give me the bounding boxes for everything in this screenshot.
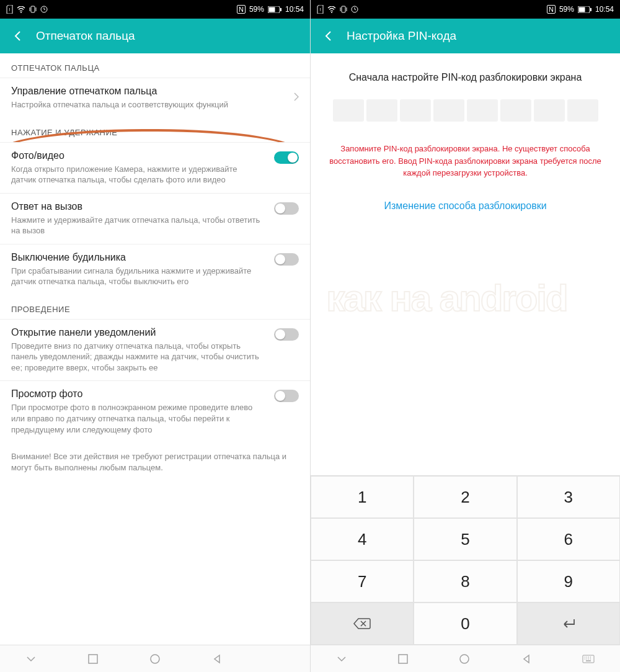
section-swipe: ПРОВЕДЕНИЕ — [0, 295, 310, 319]
back-icon[interactable] — [322, 30, 334, 42]
change-unlock-method-link[interactable]: Изменение способа разблокировки — [322, 200, 609, 212]
svg-point-1 — [20, 12, 22, 13]
back-icon[interactable] — [11, 30, 24, 42]
svg-rect-15 — [590, 8, 591, 11]
vibrate-icon — [29, 6, 37, 13]
numeric-keypad: 1 2 3 4 5 6 7 8 9 0 — [311, 475, 620, 645]
nav-home-icon[interactable] — [149, 653, 161, 665]
nav-home-icon[interactable] — [459, 653, 470, 665]
nav-hide-icon[interactable] — [25, 653, 37, 665]
toggle-answer-call[interactable] — [274, 202, 299, 215]
item-title: Управление отпечатком пальца — [11, 86, 299, 97]
backspace-icon — [353, 617, 371, 630]
page-title: Отпечаток пальца — [36, 29, 135, 43]
nav-recent-icon[interactable] — [88, 654, 98, 664]
status-bar: ! N 59% 10:54 — [311, 0, 620, 19]
page-title: Настройка PIN-кода — [347, 29, 456, 43]
svg-rect-11 — [342, 6, 345, 12]
nav-back-icon[interactable] — [521, 654, 531, 664]
status-bar: ! N 59% 10:54 — [0, 0, 310, 19]
pin-input[interactable] — [322, 99, 609, 122]
clock-icon — [351, 6, 358, 13]
key-7[interactable]: 7 — [311, 560, 414, 603]
item-manage-fingerprint[interactable]: Управление отпечатком пальца Настройка о… — [0, 78, 310, 118]
key-1[interactable]: 1 — [311, 476, 414, 518]
toggle-photo-video[interactable] — [274, 151, 299, 164]
nav-hide-icon[interactable] — [336, 653, 347, 665]
battery-icon — [578, 6, 591, 13]
nav-recent-icon[interactable] — [398, 654, 408, 664]
toggle-alarm-off[interactable] — [274, 253, 299, 266]
svg-rect-7 — [89, 655, 97, 663]
pin-prompt: Сначала настройте PIN-код разблокировки … — [322, 72, 609, 83]
screen-pin-setup: ! N 59% 10:54 Настройка PIN-кода как на … — [310, 0, 620, 672]
key-enter[interactable] — [517, 603, 620, 645]
battery-percent: 59% — [559, 5, 574, 14]
nfc-icon: N — [237, 5, 246, 14]
sim-icon: ! — [6, 5, 13, 14]
key-backspace[interactable] — [311, 603, 414, 645]
svg-point-10 — [331, 12, 332, 13]
section-press-hold: НАЖАТИЕ И УДЕРЖАНИЕ — [0, 118, 310, 142]
status-time: 10:54 — [595, 5, 614, 14]
key-0[interactable]: 0 — [414, 603, 516, 645]
header: Отпечаток пальца — [0, 19, 310, 53]
key-4[interactable]: 4 — [311, 518, 414, 560]
nav-back-icon[interactable] — [212, 654, 222, 664]
battery-icon — [268, 6, 281, 13]
key-5[interactable]: 5 — [414, 518, 516, 560]
header: Настройка PIN-кода — [311, 19, 620, 53]
svg-rect-16 — [399, 655, 407, 663]
sim-icon: ! — [317, 5, 324, 14]
chevron-right-icon — [294, 92, 299, 104]
svg-rect-5 — [268, 7, 275, 12]
item-notification-panel[interactable]: Открытие панели уведомлений Проведите вн… — [0, 319, 310, 381]
svg-rect-6 — [280, 8, 281, 11]
svg-rect-14 — [578, 7, 585, 12]
footer-note: Внимание! Все эти действия не требуют ре… — [0, 442, 310, 482]
key-6[interactable]: 6 — [517, 518, 620, 560]
key-9[interactable]: 9 — [517, 560, 620, 603]
nav-keyboard-icon[interactable] — [582, 655, 595, 663]
section-fingerprint: ОТПЕЧАТОК ПАЛЬЦА — [0, 53, 310, 78]
toggle-browse-photos[interactable] — [274, 390, 299, 402]
item-desc: Настройка отпечатка пальца и соответству… — [11, 99, 299, 110]
wifi-icon — [17, 6, 25, 13]
svg-point-17 — [460, 655, 469, 663]
item-photo-video[interactable]: Фото/видео Когда открыто приложение Каме… — [0, 142, 310, 193]
item-browse-photos[interactable]: Просмотр фото При просмотре фото в полно… — [0, 380, 310, 442]
vibrate-icon — [340, 6, 347, 13]
enter-icon — [560, 617, 577, 630]
svg-text:!: ! — [319, 7, 321, 12]
key-2[interactable]: 2 — [414, 476, 516, 518]
item-answer-call[interactable]: Ответ на вызов Нажмите и удерживайте дат… — [0, 193, 310, 244]
clock-icon — [40, 6, 48, 13]
nav-bar — [311, 645, 620, 672]
wifi-icon — [327, 6, 336, 13]
status-time: 10:54 — [285, 5, 304, 14]
svg-point-8 — [151, 655, 159, 663]
key-3[interactable]: 3 — [517, 476, 620, 518]
screen-fingerprint: ! N 59% 10:54 Отпечаток пальца как на an… — [0, 0, 310, 672]
svg-text:!: ! — [9, 7, 10, 12]
item-alarm-off[interactable]: Выключение будильника При срабатывании с… — [0, 244, 310, 295]
toggle-notification-panel[interactable] — [274, 328, 299, 341]
pin-warning: Запомните PIN-код разблокировки экрана. … — [322, 143, 609, 179]
nav-bar — [0, 645, 310, 672]
nfc-icon: N — [547, 5, 556, 14]
battery-percent: 59% — [249, 5, 264, 14]
svg-rect-2 — [31, 6, 35, 12]
key-8[interactable]: 8 — [414, 560, 516, 603]
